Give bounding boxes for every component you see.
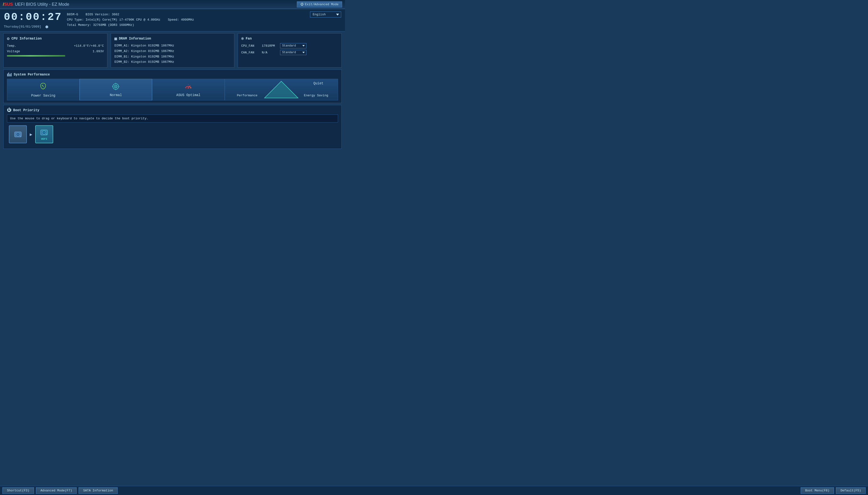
voltage-bar	[7, 55, 65, 56]
dram-slot-1: DIMM_A2: Kingston 8192MB 1867MHz	[114, 49, 230, 54]
boot-priority-title: ⏻ Boot Priority	[7, 107, 338, 113]
cpu-fan-speed: 1781RPM	[262, 44, 279, 48]
exit-advanced-button[interactable]: ⏻ Exit/Advanced Mode	[297, 1, 342, 7]
power-saving-icon	[39, 82, 48, 92]
cpu-info-section: ⚙ CPU Information Temp. +114.8°F/+46.0°C…	[3, 33, 107, 68]
normal-label: Normal	[110, 93, 122, 97]
quiet-label: Quiet	[313, 82, 324, 85]
boot-device-hdd[interactable]	[9, 125, 27, 143]
system-info: B85M-G BIOS Version: 3602 CPU Type: Inte…	[67, 11, 305, 28]
dram-section-title: ▦ DRAM Information	[114, 36, 230, 41]
clock-display: 00:00:27	[4, 11, 62, 23]
normal-button[interactable]: Normal	[80, 79, 152, 100]
date-text: Thursday[01/01/2009]	[4, 25, 41, 29]
svg-rect-1	[8, 73, 9, 76]
dram-info-section: ▦ DRAM Information DIMM_A1: Kingston 819…	[111, 33, 234, 68]
svg-marker-13	[264, 81, 298, 98]
cpu-fan-label: CPU_FAN	[241, 44, 260, 48]
cpu-section-title: ⚙ CPU Information	[7, 36, 104, 41]
perf-buttons-container: Power Saving Normal	[7, 79, 338, 100]
cpu-voltage-row: Voltage 1.093V	[7, 49, 104, 54]
dram-icon: ▦	[114, 36, 117, 41]
svg-rect-3	[11, 73, 12, 76]
main-content: ⚙ CPU Information Temp. +114.8°F/+46.0°C…	[0, 31, 345, 151]
hdd-icon	[14, 130, 22, 139]
normal-icon	[111, 82, 120, 92]
cpu-fan-profile-dropdown[interactable]: Standard Silent Turbo Manual	[280, 43, 307, 48]
system-performance-section: System Performance Power Saving	[3, 69, 342, 103]
svg-point-22	[44, 132, 44, 133]
asus-optimal-button[interactable]: ASUS Optimal	[152, 79, 225, 100]
boot-order-arrow: ▶	[30, 132, 32, 137]
asus-optimal-label: ASUS Optimal	[176, 93, 201, 97]
dram-slot-3: DIMM_B2: Kingston 8192MB 1867MHz	[114, 59, 230, 65]
asus-optimal-icon	[184, 82, 193, 92]
cpu-row: CPU Type: Intel(R) Core(TM) i7-4790K CPU…	[67, 17, 305, 22]
dram-slot-0: DIMM_A1: Kingston 8192MB 1867MHz	[114, 43, 230, 49]
info-bar: 00:00:27 Thursday[01/01/2009] B85M-G BIO…	[0, 9, 345, 31]
cha-fan-label: CHA_FAN	[241, 51, 260, 54]
svg-point-6	[115, 86, 116, 87]
cpu-fan-row: CPU_FAN 1781RPM Standard Silent Turbo Ma…	[241, 43, 338, 48]
boot-device-uefi[interactable]: UEFI	[35, 125, 53, 143]
dram-slot-2: DIMM_B1: Kingston 8192MB 1867MHz	[114, 54, 230, 59]
performance-icon	[7, 72, 12, 77]
cha-fan-row: CHA_FAN N/A Standard Silent Turbo Manual	[241, 50, 338, 55]
svg-rect-0	[7, 73, 8, 76]
energy-saving-label: Energy Saving	[304, 94, 328, 97]
cpu-icon: ⚙	[7, 36, 10, 41]
power-saving-label: Power Saving	[31, 94, 55, 98]
power-saving-button[interactable]: Power Saving	[7, 79, 80, 100]
fan-profile-triangle	[257, 79, 305, 100]
svg-point-17	[18, 134, 18, 135]
svg-point-18	[20, 136, 21, 137]
exit-icon: ⏻	[300, 3, 303, 6]
fan-profile-section: Quiet Performance Energy Saving	[225, 79, 338, 100]
info-sections-row: ⚙ CPU Information Temp. +114.8°F/+46.0°C…	[3, 33, 342, 68]
boot-devices-container: ▶ UEFI	[7, 122, 338, 146]
cha-fan-speed: N/A	[262, 51, 279, 54]
page-title: UEFI BIOS Utility - EZ Mode	[15, 2, 297, 7]
date-settings: Thursday[01/01/2009]	[4, 24, 62, 29]
fan-info-section: ❄ Fan CPU_FAN 1781RPM Standard Silent Tu…	[238, 33, 342, 68]
mobo-bios-row: B85M-G BIOS Version: 3602	[67, 12, 305, 17]
cha-fan-profile-dropdown[interactable]: Standard Silent Turbo Manual	[280, 50, 307, 55]
svg-point-12	[190, 87, 191, 88]
svg-rect-2	[10, 74, 10, 76]
settings-icon[interactable]	[44, 24, 49, 29]
boot-icon: ⏻	[7, 107, 11, 113]
language-dropdown[interactable]: English Deutsch Français Español 日本語 中文	[310, 12, 341, 17]
cpu-temp-row: Temp. +114.8°F/+46.0°C	[7, 43, 104, 49]
fan-icon: ❄	[241, 36, 244, 41]
fan-section-title: ❄ Fan	[241, 36, 338, 41]
boot-priority-section: ⏻ Boot Priority Use the mouse to drag or…	[3, 105, 342, 149]
perf-section-title: System Performance	[7, 72, 338, 77]
header: /SUS UEFI BIOS Utility - EZ Mode ⏻ Exit/…	[0, 0, 345, 9]
svg-point-23	[46, 134, 47, 135]
memory-row: Total Memory: 32768MB (DDR3 1600MHz)	[67, 22, 305, 28]
uefi-disk-icon	[40, 128, 48, 137]
svg-point-11	[188, 87, 189, 89]
asus-logo: /SUS	[3, 2, 13, 7]
clock-section: 00:00:27 Thursday[01/01/2009]	[4, 11, 62, 29]
performance-profile-label: Performance	[237, 94, 258, 97]
uefi-label: UEFI	[41, 138, 47, 140]
boot-instruction: Use the mouse to drag or keyboard to nav…	[7, 115, 338, 122]
